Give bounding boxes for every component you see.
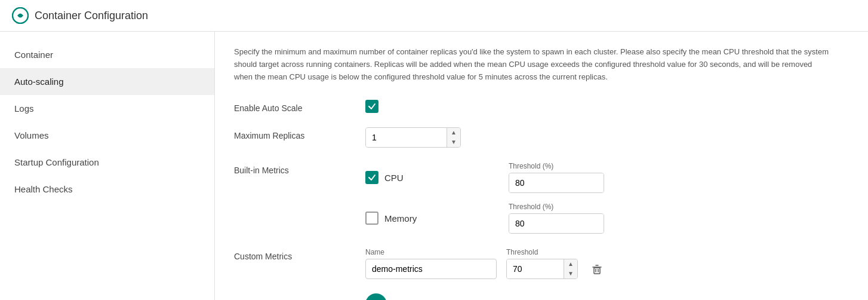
memory-metric-checkbox-label: Memory <box>365 212 485 225</box>
sidebar-item-logs-label: Logs <box>14 103 34 114</box>
sidebar-item-health-checks-label: Health Checks <box>14 184 73 194</box>
custom-threshold-wrapper: ▲ ▼ <box>506 259 578 279</box>
memory-threshold-input[interactable] <box>509 214 604 233</box>
sidebar-item-volumes-label: Volumes <box>14 130 49 140</box>
custom-metrics-row: Custom Metrics Name Threshold ▲ <box>234 248 849 279</box>
custom-threshold-increment[interactable]: ▲ <box>564 259 577 269</box>
custom-metric-threshold-label: Threshold <box>506 248 578 256</box>
content-area: Specify the minimum and maximum number o… <box>215 32 868 300</box>
cpu-threshold-group: Threshold (%) ▲ ▼ <box>509 162 604 193</box>
custom-metric-fields: Name Threshold ▲ ▼ <box>365 248 849 279</box>
sidebar-item-container[interactable]: Container <box>0 41 214 68</box>
add-metric-button[interactable]: + <box>365 293 387 300</box>
svg-rect-1 <box>594 268 600 274</box>
main-layout: Container Auto-scaling Logs Volumes Star… <box>0 32 868 300</box>
memory-threshold-label: Threshold (%) <box>509 203 604 211</box>
built-in-metrics-control: CPU Threshold (%) ▲ ▼ <box>365 162 849 234</box>
app-logo-icon <box>12 7 29 24</box>
header: Container Configuration <box>0 0 868 32</box>
maximum-replicas-label: Maximum Replicas <box>234 127 365 140</box>
maximum-replicas-row: Maximum Replicas ▲ ▼ <box>234 127 849 148</box>
custom-metric-threshold-field: Threshold ▲ ▼ <box>506 248 578 279</box>
cpu-label: CPU <box>384 173 404 183</box>
maximum-replicas-increment[interactable]: ▲ <box>447 128 460 137</box>
memory-label: Memory <box>384 213 417 224</box>
sidebar: Container Auto-scaling Logs Volumes Star… <box>0 32 215 300</box>
maximum-replicas-decrement[interactable]: ▼ <box>447 137 460 147</box>
add-metric-plus-icon: + <box>373 298 380 300</box>
enable-auto-scale-row: Enable Auto Scale <box>234 100 849 113</box>
memory-threshold-group: Threshold (%) ▲ ▼ <box>509 203 604 234</box>
delete-custom-metric-button[interactable] <box>587 260 607 279</box>
custom-threshold-input[interactable] <box>507 259 564 278</box>
maximum-replicas-spinners: ▲ ▼ <box>447 128 460 147</box>
custom-metrics-control: Name Threshold ▲ ▼ <box>365 248 849 279</box>
sidebar-item-startup-configuration[interactable]: Startup Configuration <box>0 149 214 176</box>
memory-checkbox[interactable] <box>365 212 378 225</box>
cpu-checkbox[interactable] <box>365 171 378 184</box>
app-container: Container Configuration Container Auto-s… <box>0 0 868 300</box>
cpu-threshold-input[interactable] <box>509 173 604 192</box>
custom-metric-name-input[interactable] <box>365 259 497 279</box>
built-in-metrics-label: Built-in Metrics <box>234 162 365 175</box>
sidebar-item-startup-configuration-label: Startup Configuration <box>14 157 99 167</box>
enable-auto-scale-control <box>365 100 849 113</box>
maximum-replicas-input-wrapper: ▲ ▼ <box>365 127 461 148</box>
sidebar-item-health-checks[interactable]: Health Checks <box>0 176 214 203</box>
custom-threshold-decrement[interactable]: ▼ <box>564 269 577 278</box>
cpu-threshold-input-wrapper: ▲ ▼ <box>509 173 604 193</box>
custom-threshold-spinners: ▲ ▼ <box>564 259 577 278</box>
app-title: Container Configuration <box>35 10 148 22</box>
enable-auto-scale-checkbox[interactable] <box>365 100 378 113</box>
sidebar-item-volumes[interactable]: Volumes <box>0 122 214 149</box>
memory-threshold-input-wrapper: ▲ ▼ <box>509 213 604 234</box>
built-in-metrics-row: Built-in Metrics CPU <box>234 162 849 234</box>
maximum-replicas-input[interactable] <box>366 128 447 147</box>
custom-metric-name-label: Name <box>365 248 497 256</box>
enable-auto-scale-label: Enable Auto Scale <box>234 100 365 113</box>
sidebar-item-auto-scaling[interactable]: Auto-scaling <box>0 68 214 95</box>
sidebar-item-auto-scaling-label: Auto-scaling <box>14 76 64 87</box>
custom-metric-name-field: Name <box>365 248 497 279</box>
custom-metrics-label: Custom Metrics <box>234 248 365 261</box>
maximum-replicas-control: ▲ ▼ <box>365 127 849 148</box>
cpu-metric-checkbox-label: CPU <box>365 171 485 184</box>
description-text: Specify the minimum and maximum number o… <box>234 46 831 83</box>
cpu-threshold-label: Threshold (%) <box>509 162 604 170</box>
sidebar-item-logs[interactable]: Logs <box>0 95 214 122</box>
sidebar-item-container-label: Container <box>14 50 53 60</box>
trash-icon <box>591 264 603 275</box>
add-metric-row: + Add Metric <box>365 293 849 300</box>
